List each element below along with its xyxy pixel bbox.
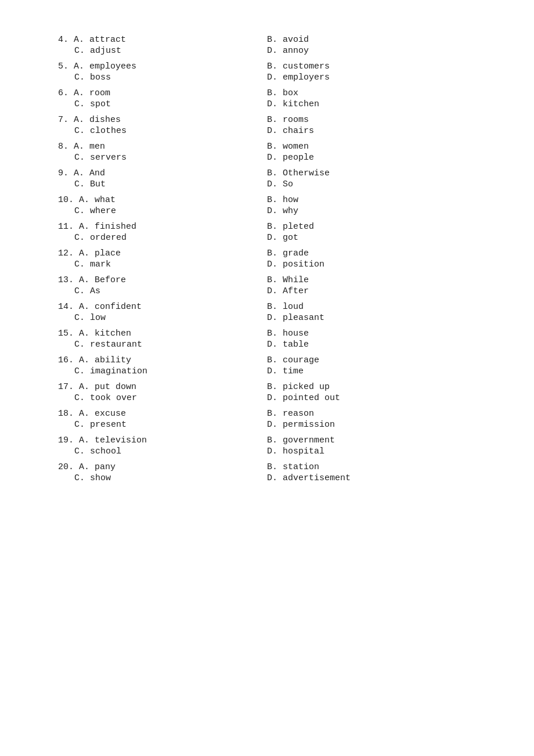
questions-container: 4. A. attractB. avoidC. adjustD. annoy5.… — [58, 35, 476, 483]
option-c: C. present — [58, 420, 267, 430]
question-block: 13. A. BeforeB. WhileC. AsD. After — [58, 275, 476, 296]
option-b: B. customers — [267, 62, 476, 71]
question-block: 5. A. employeesB. customersC. bossD. emp… — [58, 62, 476, 82]
option-d: D. people — [267, 153, 476, 163]
option-a: 15. A. kitchen — [58, 329, 267, 339]
option-c: C. where — [58, 206, 267, 216]
option-d: D. got — [267, 233, 476, 243]
option-c: C. adjust — [58, 46, 267, 56]
option-b: B. box — [267, 88, 476, 98]
option-b: B. rooms — [267, 115, 476, 125]
option-c: C. school — [58, 447, 267, 456]
question-block: 20. A. panyB. stationC. showD. advertise… — [58, 462, 476, 483]
option-a: 19. A. television — [58, 435, 267, 445]
option-a: 13. A. Before — [58, 275, 267, 285]
option-b: B. While — [267, 275, 476, 285]
option-d: D. kitchen — [267, 99, 476, 109]
option-b: B. women — [267, 142, 476, 152]
option-a: 11. A. finished — [58, 222, 267, 232]
option-d: D. permission — [267, 420, 476, 430]
option-b: B. pleted — [267, 222, 476, 232]
option-b: B. loud — [267, 302, 476, 312]
option-b: B. courage — [267, 355, 476, 365]
option-a: 20. A. pany — [58, 462, 267, 472]
option-d: D. time — [267, 366, 476, 376]
option-b: B. house — [267, 329, 476, 339]
question-block: 12. A. placeB. gradeC. markD. position — [58, 249, 476, 269]
option-a: 14. A. confident — [58, 302, 267, 312]
option-b: B. reason — [267, 409, 476, 419]
option-b: B. picked up — [267, 382, 476, 392]
option-a: 5. A. employees — [58, 62, 267, 71]
question-block: 15. A. kitchenB. houseC. restaurantD. ta… — [58, 329, 476, 350]
option-a: 8. A. men — [58, 142, 267, 152]
option-d: D. why — [267, 206, 476, 216]
question-block: 18. A. excuseB. reasonC. presentD. permi… — [58, 409, 476, 430]
question-block: 19. A. televisionB. governmentC. schoolD… — [58, 435, 476, 456]
option-a: 6. A. room — [58, 88, 267, 98]
option-a: 4. A. attract — [58, 35, 267, 45]
option-c: C. But — [58, 179, 267, 189]
option-a: 7. A. dishes — [58, 115, 267, 125]
question-block: 10. A. whatB. howC. whereD. why — [58, 195, 476, 216]
option-c: C. clothes — [58, 126, 267, 136]
option-d: D. pointed out — [267, 393, 476, 403]
option-c: C. mark — [58, 260, 267, 269]
option-d: D. So — [267, 179, 476, 189]
option-a: 12. A. place — [58, 249, 267, 258]
option-d: D. pleasant — [267, 313, 476, 323]
question-block: 9. A. AndB. OtherwiseC. ButD. So — [58, 168, 476, 189]
option-d: D. advertisement — [267, 473, 476, 483]
question-block: 7. A. dishesB. roomsC. clothesD. chairs — [58, 115, 476, 136]
option-c: C. As — [58, 286, 267, 296]
option-b: B. government — [267, 435, 476, 445]
option-c: C. show — [58, 473, 267, 483]
option-b: B. station — [267, 462, 476, 472]
question-block: 6. A. roomB. boxC. spotD. kitchen — [58, 88, 476, 109]
option-b: B. Otherwise — [267, 168, 476, 178]
option-c: C. took over — [58, 393, 267, 403]
option-c: C. ordered — [58, 233, 267, 243]
question-block: 14. A. confidentB. loudC. lowD. pleasant — [58, 302, 476, 323]
option-c: C. low — [58, 313, 267, 323]
option-d: D. table — [267, 340, 476, 350]
question-block: 4. A. attractB. avoidC. adjustD. annoy — [58, 35, 476, 56]
option-d: D. chairs — [267, 126, 476, 136]
question-block: 17. A. put downB. picked upC. took overD… — [58, 382, 476, 403]
option-c: C. imagination — [58, 366, 267, 376]
option-c: C. restaurant — [58, 340, 267, 350]
option-a: 9. A. And — [58, 168, 267, 178]
option-c: C. spot — [58, 99, 267, 109]
option-c: C. servers — [58, 153, 267, 163]
option-c: C. boss — [58, 73, 267, 82]
option-a: 10. A. what — [58, 195, 267, 205]
option-b: B. grade — [267, 249, 476, 258]
option-a: 16. A. ability — [58, 355, 267, 365]
option-a: 18. A. excuse — [58, 409, 267, 419]
question-block: 11. A. finishedB. pletedC. orderedD. got — [58, 222, 476, 243]
option-b: B. how — [267, 195, 476, 205]
option-d: D. After — [267, 286, 476, 296]
option-d: D. hospital — [267, 447, 476, 456]
question-block: 16. A. abilityB. courageC. imaginationD.… — [58, 355, 476, 376]
option-d: D. position — [267, 260, 476, 269]
option-d: D. employers — [267, 73, 476, 82]
option-a: 17. A. put down — [58, 382, 267, 392]
option-b: B. avoid — [267, 35, 476, 45]
option-d: D. annoy — [267, 46, 476, 56]
question-block: 8. A. menB. womenC. serversD. people — [58, 142, 476, 163]
